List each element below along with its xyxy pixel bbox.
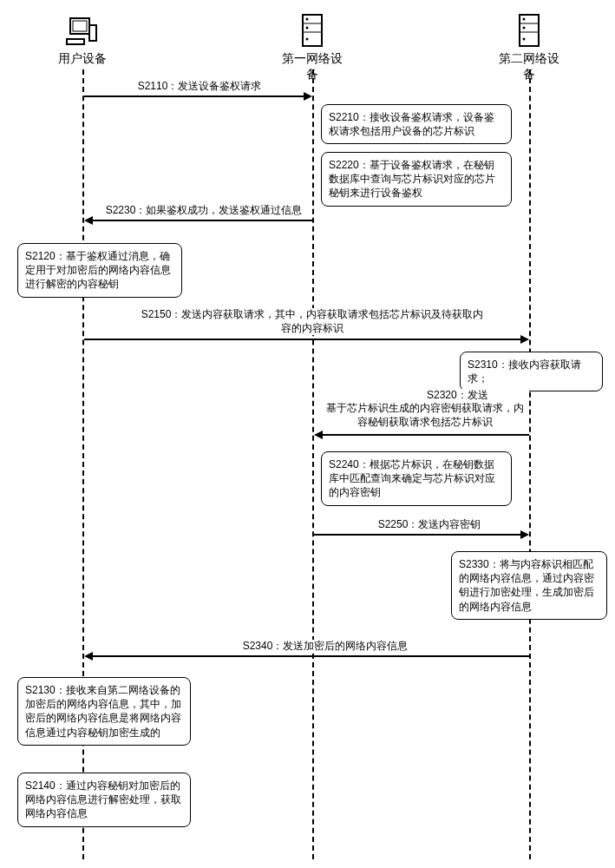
- svg-point-13: [523, 18, 526, 21]
- box-s2140: S2140：通过内容秘钥对加密后的网络内容信息进行解密处理，获取网络内容信息: [17, 773, 191, 827]
- box-s2330: S2330：将与内容标识相匹配的网络内容信息，通过内容密钥进行加密处理，生成加密…: [451, 551, 607, 620]
- arrow-head: [520, 530, 529, 539]
- arrow-s2150: [84, 339, 520, 340]
- arrow-label-s2110: S2110：发送设备鉴权请求: [113, 80, 286, 94]
- arrow-head: [314, 431, 323, 439]
- arrow-label-s2320-prefix: S2320：发送: [425, 389, 529, 403]
- arrow-label-s2320: 基于芯片标识生成的内容密钥获取请求，内容秘钥获取请求包括芯片标识: [321, 402, 529, 429]
- box-s2210: S2210：接收设备鉴权请求，设备鉴权请求包括用户设备的芯片标识: [321, 104, 512, 144]
- svg-rect-4: [303, 15, 322, 46]
- svg-point-15: [523, 38, 526, 41]
- svg-rect-2: [89, 25, 96, 41]
- server-icon: [295, 13, 330, 48]
- box-s2130: S2130：接收来自第二网络设备的加密后的网络内容信息，其中，加密后的网络内容信…: [17, 677, 191, 746]
- arrow-s2320: [323, 434, 529, 436]
- svg-point-7: [306, 18, 309, 21]
- arrow-head: [84, 652, 93, 661]
- box-s2310: S2310：接收内容获取请求；: [460, 352, 603, 391]
- lifeline-net2: [529, 69, 531, 859]
- svg-rect-1: [73, 21, 87, 31]
- participant-user-equipment: 用户设备: [56, 13, 108, 67]
- arrow-s2340: [93, 655, 529, 657]
- participant-label: 用户设备: [56, 51, 108, 67]
- arrow-label-s2250: S2250：发送内容密钥: [364, 518, 494, 532]
- arrow-s2110: [84, 95, 304, 97]
- svg-point-8: [306, 27, 309, 30]
- arrow-head: [84, 216, 93, 225]
- svg-rect-3: [67, 39, 84, 44]
- arrow-s2250: [314, 534, 520, 536]
- arrow-label-s2340: S2340：发送加密后的网络内容信息: [217, 640, 434, 654]
- box-s2120: S2120：基于鉴权通过消息，确定用于对加密后的网络内容信息进行解密的内容秘钥: [17, 243, 182, 298]
- svg-rect-10: [520, 15, 539, 46]
- arrow-head: [304, 92, 312, 101]
- lifeline-net1: [312, 69, 314, 859]
- arrow-head: [520, 335, 529, 344]
- arrow-s2230: [93, 220, 312, 221]
- svg-point-14: [523, 27, 526, 30]
- box-s2240: S2240：根据芯片标识，在秘钥数据库中匹配查询来确定与芯片标识对应的内容密钥: [321, 451, 512, 506]
- arrow-label-s2230: S2230：如果鉴权成功，发送鉴权通过信息: [95, 204, 312, 218]
- svg-point-9: [306, 38, 309, 41]
- box-s2220: S2220：基于设备鉴权请求，在秘钥数据库中查询与芯片标识对应的芯片秘钥来进行设…: [321, 152, 512, 207]
- arrow-label-s2150: S2150：发送内容获取请求，其中，内容获取请求包括芯片标识及待获取内容的内容标…: [139, 308, 486, 335]
- server-icon: [512, 13, 546, 48]
- computer-icon: [65, 13, 100, 48]
